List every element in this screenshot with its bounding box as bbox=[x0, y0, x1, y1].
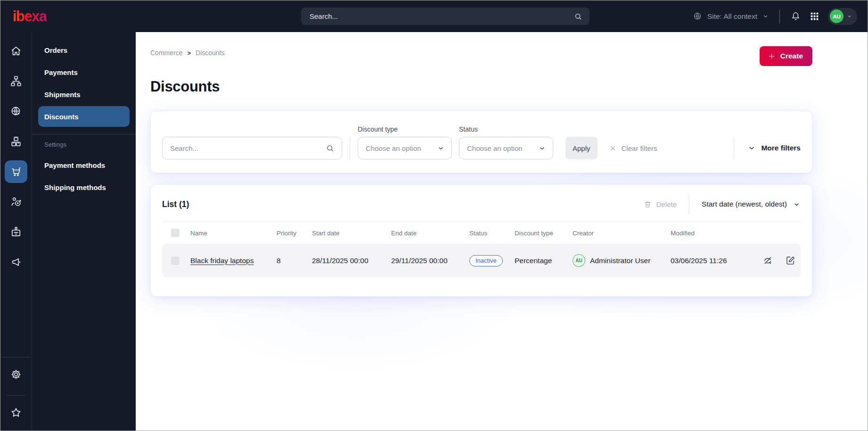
discount-start-date: 28/11/2025 00:00 bbox=[312, 257, 391, 265]
menu-item-shipments[interactable]: Shipments bbox=[38, 84, 130, 105]
status-select[interactable]: Choose an option bbox=[459, 137, 553, 159]
user-menu[interactable]: AU bbox=[828, 8, 857, 25]
menu-section-settings-label: Settings bbox=[32, 141, 136, 148]
column-header-end-date: End date bbox=[391, 230, 469, 237]
breadcrumb-separator: > bbox=[187, 50, 191, 57]
discount-modified: 03/06/2025 11:26 bbox=[671, 257, 760, 265]
marketing-megaphone-icon[interactable] bbox=[5, 251, 27, 274]
sort-dropdown[interactable]: Start date (newest, oldest) bbox=[702, 200, 801, 208]
status-label: Status bbox=[459, 125, 553, 133]
create-button-label: Create bbox=[780, 52, 803, 60]
x-icon bbox=[609, 144, 617, 152]
sort-dropdown-label: Start date (newest, oldest) bbox=[702, 200, 787, 208]
filter-search-input[interactable] bbox=[170, 144, 325, 152]
page-title: Discounts bbox=[150, 78, 812, 95]
more-filters-button[interactable]: More filters bbox=[747, 144, 801, 152]
global-search[interactable] bbox=[301, 8, 590, 25]
create-button[interactable]: Create bbox=[760, 46, 812, 66]
filter-divider bbox=[734, 137, 734, 159]
discount-type-value-cell: Percentage bbox=[515, 257, 573, 265]
discount-type-label: Discount type bbox=[358, 125, 452, 133]
chevron-down-icon bbox=[538, 144, 546, 152]
table-header: Name Priority Start date End date Status… bbox=[162, 222, 801, 244]
row-checkbox[interactable] bbox=[171, 257, 180, 265]
column-header-priority: Priority bbox=[277, 230, 312, 237]
status-value: Choose an option bbox=[467, 144, 523, 152]
menu-item-orders[interactable]: Orders bbox=[38, 40, 130, 60]
topbar-divider bbox=[779, 9, 780, 24]
corporate-badge-icon[interactable] bbox=[5, 221, 27, 243]
breadcrumb-commerce[interactable]: Commerce bbox=[150, 49, 182, 57]
menu-item-shipping-methods[interactable]: Shipping methods bbox=[38, 177, 130, 198]
trash-icon bbox=[643, 200, 652, 209]
ibexa-logo: ibexa bbox=[13, 9, 47, 24]
commerce-cart-icon[interactable] bbox=[5, 160, 27, 183]
menu-divider bbox=[32, 134, 136, 134]
list-title: List (1) bbox=[162, 199, 189, 209]
chevron-down-icon bbox=[762, 13, 769, 20]
app-grid-icon[interactable] bbox=[810, 11, 819, 21]
personalization-target-icon[interactable] bbox=[5, 191, 27, 213]
chevron-down-icon bbox=[846, 13, 852, 19]
column-header-start-date: Start date bbox=[312, 230, 391, 237]
site-context-label: Site: All context bbox=[707, 12, 757, 21]
sidebar-rail-bottom bbox=[0, 357, 32, 431]
table-row: Black friday laptops 8 28/11/2025 00:00 … bbox=[162, 244, 801, 277]
site-context-selector[interactable]: Site: All context bbox=[693, 11, 769, 21]
filters-panel: Discount type Choose an option Status Ch… bbox=[150, 111, 812, 173]
notifications-bell-icon[interactable] bbox=[790, 11, 801, 22]
discount-end-date: 29/11/2025 00:00 bbox=[391, 257, 469, 265]
column-header-creator: Creator bbox=[573, 230, 671, 237]
user-avatar: AU bbox=[830, 9, 843, 23]
site-globe-search-icon bbox=[693, 11, 703, 21]
plus-icon bbox=[767, 52, 776, 61]
rail-divider bbox=[7, 395, 25, 396]
more-filters-label: More filters bbox=[761, 144, 801, 152]
search-icon[interactable] bbox=[325, 143, 335, 153]
rail-divider bbox=[0, 357, 32, 357]
filter-search[interactable] bbox=[162, 137, 342, 159]
site-globe-icon[interactable] bbox=[5, 100, 27, 123]
column-header-modified: Modified bbox=[671, 230, 760, 237]
column-header-discount-type: Discount type bbox=[515, 230, 573, 237]
topbar-right-group: Site: All context AU bbox=[693, 8, 857, 25]
clear-filters-label: Clear filters bbox=[622, 144, 657, 152]
clear-filters-button[interactable]: Clear filters bbox=[609, 137, 657, 159]
bookmarks-star-icon[interactable] bbox=[5, 401, 27, 424]
main-content: Commerce > Discounts Create Discounts bbox=[136, 32, 868, 431]
select-all-checkbox[interactable] bbox=[171, 229, 180, 237]
toolbar-divider bbox=[689, 194, 689, 214]
breadcrumb-discounts: Discounts bbox=[196, 49, 224, 57]
settings-gear-icon[interactable] bbox=[5, 363, 27, 386]
topbar: ibexa Site: All context bbox=[0, 0, 868, 32]
creator-avatar: AU bbox=[573, 254, 585, 267]
edit-icon[interactable] bbox=[785, 255, 796, 266]
global-search-input[interactable] bbox=[310, 12, 573, 20]
discount-type-select[interactable]: Choose an option bbox=[358, 137, 452, 159]
chevron-down-icon bbox=[437, 144, 445, 152]
chevron-down-icon bbox=[793, 200, 801, 208]
discount-name-link[interactable]: Black friday laptops bbox=[190, 257, 254, 265]
breadcrumb: Commerce > Discounts bbox=[150, 46, 225, 57]
menu-item-payment-methods[interactable]: Payment methods bbox=[38, 155, 130, 175]
status-badge: Inactive bbox=[469, 255, 503, 266]
delete-button[interactable]: Delete bbox=[643, 200, 677, 209]
content-tree-icon[interactable] bbox=[5, 70, 27, 92]
commerce-menu-panel: Orders Payments Shipments Discounts Sett… bbox=[32, 32, 136, 431]
chevron-down-icon bbox=[747, 144, 756, 152]
menu-item-payments[interactable]: Payments bbox=[38, 62, 130, 83]
discount-type-value: Choose an option bbox=[366, 144, 421, 152]
column-header-status: Status bbox=[469, 230, 515, 237]
product-boxes-icon[interactable] bbox=[5, 130, 27, 153]
search-icon[interactable] bbox=[573, 12, 583, 21]
column-header-name: Name bbox=[190, 230, 277, 237]
preview-crossed-icon[interactable] bbox=[762, 255, 773, 266]
app-viewport: ibexa Site: All context bbox=[0, 0, 868, 431]
home-icon[interactable] bbox=[5, 40, 27, 62]
filter-divider bbox=[350, 137, 350, 159]
apply-button[interactable]: Apply bbox=[565, 137, 598, 159]
sidebar-icon-rail bbox=[0, 32, 32, 431]
discounts-list-panel: List (1) Delete Start date (newest, olde… bbox=[150, 184, 812, 297]
delete-button-label: Delete bbox=[656, 200, 677, 208]
menu-item-discounts[interactable]: Discounts bbox=[38, 106, 130, 127]
